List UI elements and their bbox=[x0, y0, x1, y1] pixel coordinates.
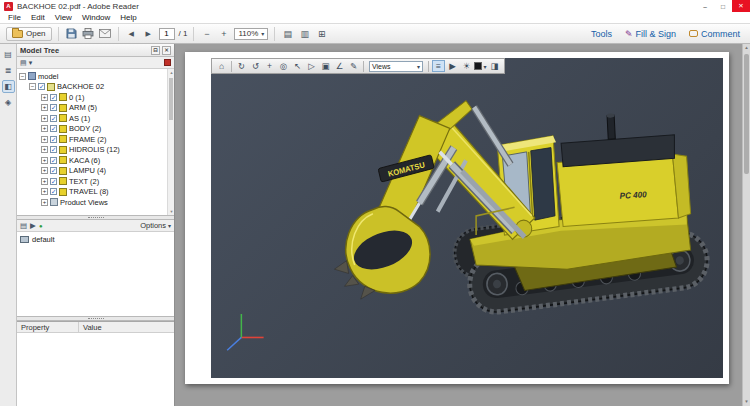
maximize-button[interactable]: □ bbox=[714, 0, 732, 12]
views-camera-icon[interactable]: ▤ bbox=[20, 221, 27, 230]
fly-tool-icon[interactable]: ▷ bbox=[305, 60, 318, 72]
comment-button[interactable]: Comment bbox=[689, 29, 740, 39]
checkbox[interactable]: ✓ bbox=[50, 94, 57, 101]
tree-row-part[interactable]: + ✓ KACA (6) bbox=[19, 155, 174, 166]
expander-icon[interactable]: − bbox=[29, 83, 36, 90]
expander-icon[interactable]: + bbox=[41, 104, 48, 111]
tree-row-part[interactable]: + ✓ TRAVEL (8) bbox=[19, 187, 174, 198]
views-dropdown[interactable]: Views ▾ bbox=[369, 61, 423, 72]
checkbox[interactable]: ✓ bbox=[38, 83, 45, 90]
minimize-button[interactable]: – bbox=[696, 0, 714, 12]
print-button[interactable] bbox=[82, 27, 95, 41]
fill-sign-button[interactable]: ✎ Fill & Sign bbox=[625, 29, 676, 39]
expander-icon[interactable]: + bbox=[41, 136, 48, 143]
checkbox[interactable]: ✓ bbox=[50, 115, 57, 122]
tree-row-part[interactable]: + ✓ FRAME (2) bbox=[19, 134, 174, 145]
checkbox[interactable]: ✓ bbox=[50, 125, 57, 132]
previous-page-button[interactable]: ◀ bbox=[125, 27, 138, 41]
scrollbar-thumb[interactable] bbox=[744, 54, 749, 174]
scrollbar-thumb[interactable] bbox=[169, 78, 173, 120]
3d-viewport[interactable]: PC 400 bbox=[211, 58, 723, 378]
expander-icon[interactable]: + bbox=[41, 146, 48, 153]
panel-menu-icon[interactable]: ⊟ bbox=[151, 46, 160, 55]
spin-tool-icon[interactable]: ↺ bbox=[249, 60, 262, 72]
scroll-down-icon[interactable]: ▼ bbox=[168, 209, 174, 214]
menu-view[interactable]: View bbox=[50, 13, 77, 22]
tree-row-part[interactable]: + ✓ BODY (2) bbox=[19, 124, 174, 135]
tree-options-icon[interactable]: ▤ bbox=[20, 59, 27, 67]
chevron-down-icon[interactable]: ▾ bbox=[29, 59, 33, 67]
expander-icon[interactable]: + bbox=[41, 115, 48, 122]
tree-row-document[interactable]: − ✓ BACKHOE 02 bbox=[19, 82, 174, 93]
toggle-model-tree-icon[interactable]: ≡ bbox=[432, 60, 445, 72]
expander-icon[interactable]: + bbox=[41, 157, 48, 164]
tree-row-part[interactable]: + ✓ HIDROLIS (12) bbox=[19, 145, 174, 156]
close-button[interactable]: ✕ bbox=[732, 0, 750, 12]
camera-view-icon[interactable]: ▣ bbox=[319, 60, 332, 72]
options-dropdown[interactable]: Options ▾ bbox=[140, 221, 171, 230]
tools-button[interactable]: Tools bbox=[591, 29, 612, 39]
3d-comment-icon[interactable]: ✎ bbox=[347, 60, 360, 72]
expander-icon[interactable]: + bbox=[41, 125, 48, 132]
select-tool-icon[interactable]: ↖ bbox=[291, 60, 304, 72]
zoom-out-button[interactable]: − bbox=[200, 27, 213, 41]
checkbox[interactable]: ✓ bbox=[50, 146, 57, 153]
tree-row-model[interactable]: − model bbox=[19, 71, 174, 82]
play-animation-icon[interactable]: ▶ bbox=[446, 60, 459, 72]
menu-edit[interactable]: Edit bbox=[26, 13, 50, 22]
checkbox[interactable]: ✓ bbox=[50, 104, 57, 111]
home-view-icon[interactable]: ⌂ bbox=[215, 60, 228, 72]
menu-file[interactable]: File bbox=[3, 13, 26, 22]
tree-row-part[interactable]: + ✓ 0 (1) bbox=[19, 92, 174, 103]
tree-row-part[interactable]: + ✓ TEXT (2) bbox=[19, 176, 174, 187]
expander-icon[interactable]: − bbox=[19, 73, 26, 80]
page-number-input[interactable] bbox=[159, 28, 175, 40]
zoom-in-button[interactable]: + bbox=[217, 27, 230, 41]
views-play-icon[interactable]: ▶ bbox=[30, 221, 36, 230]
expander-icon[interactable]: + bbox=[41, 94, 48, 101]
single-page-view-button[interactable]: ▤ bbox=[281, 27, 294, 41]
expander-icon[interactable]: + bbox=[41, 167, 48, 174]
checkbox[interactable]: ✓ bbox=[50, 136, 57, 143]
expander-icon[interactable]: + bbox=[41, 188, 48, 195]
menu-window[interactable]: Window bbox=[77, 13, 115, 22]
zoom-level-dropdown[interactable]: 110% ▾ bbox=[234, 28, 268, 40]
scroll-up-icon[interactable]: ▲ bbox=[168, 70, 174, 75]
scroll-up-icon[interactable]: ▲ bbox=[743, 44, 750, 52]
3d-content-icon[interactable]: ◈ bbox=[2, 96, 15, 109]
email-button[interactable] bbox=[99, 27, 112, 41]
menu-help[interactable]: Help bbox=[115, 13, 141, 22]
tree-scrollbar[interactable]: ▲ ▼ bbox=[167, 69, 174, 215]
expander-icon[interactable]: + bbox=[41, 199, 48, 206]
panel-close-icon[interactable]: ✕ bbox=[162, 46, 171, 55]
document-scrollbar[interactable]: ▲ ▼ bbox=[742, 44, 750, 406]
fit-page-button[interactable]: ⊞ bbox=[315, 27, 328, 41]
page-thumbnails-icon[interactable]: ▤ bbox=[2, 48, 15, 61]
save-button[interactable] bbox=[65, 27, 78, 41]
rotate-tool-icon[interactable]: ↻ bbox=[235, 60, 248, 72]
continuous-view-button[interactable]: ▥ bbox=[298, 27, 311, 41]
view-item-default[interactable]: default bbox=[20, 234, 174, 245]
tree-row-part[interactable]: + ✓ LAMPU (4) bbox=[19, 166, 174, 177]
background-color-picker[interactable]: ▾ bbox=[474, 60, 487, 72]
pan-tool-icon[interactable]: + bbox=[263, 60, 276, 72]
zoom-tool-icon[interactable]: ◎ bbox=[277, 60, 290, 72]
tree-row-product-views[interactable]: + Product Views bbox=[19, 197, 174, 208]
checkbox[interactable]: ✓ bbox=[50, 167, 57, 174]
expander-icon[interactable]: + bbox=[41, 178, 48, 185]
highlight-color-swatch[interactable] bbox=[164, 59, 171, 66]
cross-section-icon[interactable]: ◨ bbox=[488, 60, 501, 72]
checkbox[interactable]: ✓ bbox=[50, 157, 57, 164]
bookmarks-icon[interactable]: ≣ bbox=[2, 64, 15, 77]
checkbox[interactable]: ✓ bbox=[50, 188, 57, 195]
tree-row-part[interactable]: + ✓ ARM (5) bbox=[19, 103, 174, 114]
tree-row-part[interactable]: + ✓ AS (1) bbox=[19, 113, 174, 124]
scroll-down-icon[interactable]: ▼ bbox=[743, 398, 750, 406]
navigation-icon-strip: ▤ ≣ ◧ ◈ bbox=[0, 44, 17, 406]
checkbox[interactable]: ✓ bbox=[50, 178, 57, 185]
open-button[interactable]: Open bbox=[6, 27, 52, 41]
model-tree-panel-icon[interactable]: ◧ bbox=[2, 80, 15, 93]
measure-tool-icon[interactable]: ∠ bbox=[333, 60, 346, 72]
lighting-icon[interactable]: ☀ bbox=[460, 60, 473, 72]
next-page-button[interactable]: ▶ bbox=[142, 27, 155, 41]
